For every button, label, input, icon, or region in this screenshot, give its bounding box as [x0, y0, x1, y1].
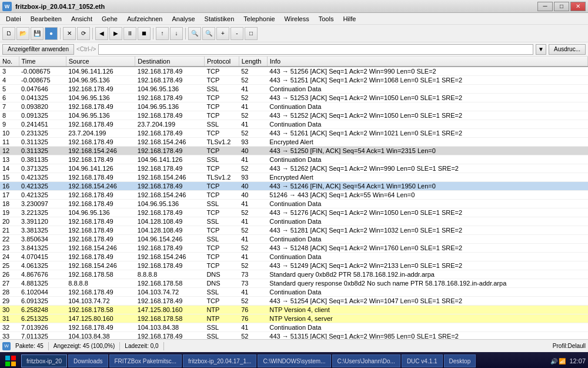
filter-shortcut: <Ctrl-/>	[76, 46, 96, 52]
table-row[interactable]: 274.8813258.8.8.8192.168.178.58DNS73Stan…	[0, 279, 588, 288]
toolbar-btn-14[interactable]: 🔍	[202, 27, 215, 40]
toolbar-btn-7[interactable]: ◀	[95, 27, 108, 40]
table-row[interactable]: 193.221325104.96.95.136192.168.178.49TCP…	[0, 208, 588, 217]
table-row[interactable]: 3-0.008675104.96.141.126192.168.178.49TC…	[0, 67, 588, 76]
table-row[interactable]: 90.241451192.168.178.4923.7.204.199SSL41…	[0, 120, 588, 129]
col-header-destination: Destination	[135, 57, 205, 67]
menu-gehe[interactable]: Gehe	[97, 13, 122, 25]
col-header-no: No.	[0, 57, 19, 67]
toolbar-btn-12[interactable]: ↓	[170, 27, 183, 40]
svg-rect-2	[5, 362, 10, 366]
col-header-source: Source	[66, 57, 135, 67]
table-row[interactable]: 337.011325104.103.84.38192.168.178.49SSL…	[0, 332, 588, 340]
status-displayed: Angezeigt: 45 (100,0%)	[54, 343, 115, 349]
minimize-button[interactable]: ─	[537, 2, 553, 11]
table-row[interactable]: 60.041325104.96.95.136192.168.178.49TCP5…	[0, 94, 588, 102]
toolbar-btn-3[interactable]: 💾	[31, 27, 44, 40]
window-title: fritzbox-ip_20.04.17_1052.eth	[15, 3, 105, 10]
table-row[interactable]: 203.391120192.168.178.49104.128.108.49SS…	[0, 217, 588, 226]
taskbar-app-c:\windows\system...[interactable]: C:\WINDOWS\system...	[258, 354, 330, 367]
table-row[interactable]: 316.251325147.125.80.160192.168.178.58NT…	[0, 314, 588, 323]
toolbar-btn-13[interactable]: 🔍	[188, 27, 201, 40]
menu-statistiken[interactable]: Statistiken	[200, 13, 239, 25]
menu-aufzeichnen[interactable]: Aufzeichnen	[122, 13, 168, 25]
menu-datei[interactable]: Datei	[1, 13, 26, 25]
table-row[interactable]: 286.102044192.168.178.49104.103.74.72SSL…	[0, 288, 588, 297]
table-row[interactable]: 296.091325104.103.74.72192.168.178.49TCP…	[0, 297, 588, 306]
taskbar-app-fritzbox-ip_20[interactable]: fritzbox-ip_20	[21, 354, 67, 367]
menu-bearbeiten[interactable]: Bearbeiten	[26, 13, 66, 25]
menu-wireless[interactable]: Wireless	[280, 13, 314, 25]
toolbar-btn-17[interactable]: □	[245, 27, 258, 40]
filter-dropdown-button[interactable]: ▼	[536, 44, 546, 55]
status-load-time: Ladezeit: 0,0	[125, 343, 158, 349]
title-bar: W fritzbox-ip_20.04.17_1052.eth ─ □ ✕	[0, 0, 588, 13]
taskbar-app-desktop[interactable]: Desktop	[444, 354, 476, 367]
toolbar-btn-10[interactable]: ⏹	[138, 27, 151, 40]
table-row[interactable]: 150.421325192.168.178.49192.168.154.246T…	[0, 173, 588, 182]
packet-table-container[interactable]: No. Time Source Destination Protocol Len…	[0, 57, 588, 339]
table-row[interactable]: 170.421325192.168.178.49192.168.154.246T…	[0, 191, 588, 200]
taskbar-app-downloads[interactable]: Downloads	[68, 354, 108, 367]
menu-analyse[interactable]: Analyse	[167, 13, 199, 25]
toolbar-btn-4[interactable]: ●	[45, 27, 58, 40]
toolbar-btn-16[interactable]: -	[230, 27, 243, 40]
table-row[interactable]: 306.258248192.168.178.58147.125.80.160NT…	[0, 306, 588, 314]
status-sep-3	[163, 342, 164, 350]
table-row[interactable]: 70.093820192.168.178.49104.96.95.136TCP4…	[0, 102, 588, 111]
table-row[interactable]: 213.381325192.168.178.49104.128.108.49TC…	[0, 226, 588, 235]
toolbar-btn-9[interactable]: ⏸	[123, 27, 136, 40]
taskbar-app-fritzbox-ip_20.04.17_1...[interactable]: fritzbox-ip_20.04.17_1...	[183, 354, 256, 367]
table-row[interactable]: 223.850634192.168.178.49104.96.154.246SS…	[0, 235, 588, 244]
menu-telephonie[interactable]: Telephonie	[239, 13, 279, 25]
close-button[interactable]: ✕	[570, 2, 586, 11]
menu-bar: Datei Bearbeiten Ansicht Gehe Aufzeichne…	[0, 13, 588, 25]
menu-hilfe[interactable]: Hilfe	[338, 13, 360, 25]
table-row[interactable]: 183.230097192.168.178.49104.96.95.136SSL…	[0, 200, 588, 208]
table-row[interactable]: 233.841325192.168.154.246192.168.178.49T…	[0, 244, 588, 253]
toolbar-btn-15[interactable]: +	[216, 27, 229, 40]
svg-rect-0	[5, 356, 10, 360]
table-row[interactable]: 244.070415192.168.178.49192.168.154.246T…	[0, 253, 588, 261]
taskbar-right: 🔊 📶 12:07	[550, 357, 586, 364]
taskbar-app-fritzbox-paketmitsc...[interactable]: FRITZBox Paketmitsc...	[109, 354, 182, 367]
table-row[interactable]: 140.371325104.96.141.126192.168.178.49TC…	[0, 164, 588, 173]
status-icon: W	[2, 342, 11, 350]
table-row[interactable]: 100.23132523.7.204.199192.168.178.49TCP5…	[0, 129, 588, 138]
col-header-time: Time	[19, 57, 66, 67]
packet-table: No. Time Source Destination Protocol Len…	[0, 57, 588, 339]
table-row[interactable]: 4-0.008675104.96.95.136192.168.178.49TCP…	[0, 76, 588, 85]
toolbar-btn-2[interactable]: 📂	[16, 27, 29, 40]
table-row[interactable]: 80.091325104.96.95.136192.168.178.49TCP5…	[0, 111, 588, 120]
status-bar: W Pakete: 45 Angezeigt: 45 (100,0%) Lade…	[0, 339, 588, 352]
table-row[interactable]: 254.061325192.168.154.246192.168.178.49T…	[0, 261, 588, 270]
col-header-length: Length	[239, 57, 267, 67]
taskbar-app-duc-v4.1.1[interactable]: DUC v4.1.1	[402, 354, 443, 367]
table-row[interactable]: 120.311325192.168.154.246192.168.178.49T…	[0, 147, 588, 155]
toolbar-btn-8[interactable]: ▶	[109, 27, 122, 40]
table-row[interactable]: 160.421325192.168.154.246192.168.178.49T…	[0, 182, 588, 191]
status-profile: Profil:Delaull	[553, 343, 586, 349]
filter-input[interactable]	[98, 44, 533, 55]
apply-filter-button[interactable]: Anzeigefilter anwenden	[2, 44, 74, 55]
menu-tools[interactable]: Tools	[314, 13, 339, 25]
table-row[interactable]: 50.047646192.168.178.49104.96.95.136SSL4…	[0, 85, 588, 94]
svg-rect-1	[11, 356, 16, 360]
col-header-info: Info	[267, 57, 587, 67]
table-row[interactable]: 327.013926192.168.178.49104.103.84.38SSL…	[0, 323, 588, 332]
print-button[interactable]: Ausdruc...	[549, 44, 586, 55]
start-button[interactable]	[2, 354, 19, 368]
table-row[interactable]: 110.311325192.168.178.49192.168.154.246T…	[0, 138, 588, 147]
taskbar-app-c:\users\johann\do...[interactable]: C:\Users\Johann\Do...	[332, 354, 400, 367]
toolbar-btn-11[interactable]: ↑	[156, 27, 169, 40]
toolbar-sep-2	[92, 28, 93, 39]
maximize-button[interactable]: □	[554, 2, 569, 11]
toolbar-btn-5[interactable]: ✕	[63, 27, 76, 40]
toolbar-btn-1[interactable]: 🗋	[2, 27, 15, 40]
table-row[interactable]: 264.867676192.168.178.588.8.8.8DNS73Stan…	[0, 270, 588, 279]
taskbar: fritzbox-ip_20DownloadsFRITZBox Paketmit…	[0, 352, 588, 368]
toolbar-btn-6[interactable]: ⟳	[77, 27, 90, 40]
clock: 12:07	[569, 357, 586, 364]
menu-ansicht[interactable]: Ansicht	[66, 13, 97, 25]
table-row[interactable]: 130.381135192.168.178.49104.96.141.126SS…	[0, 155, 588, 164]
